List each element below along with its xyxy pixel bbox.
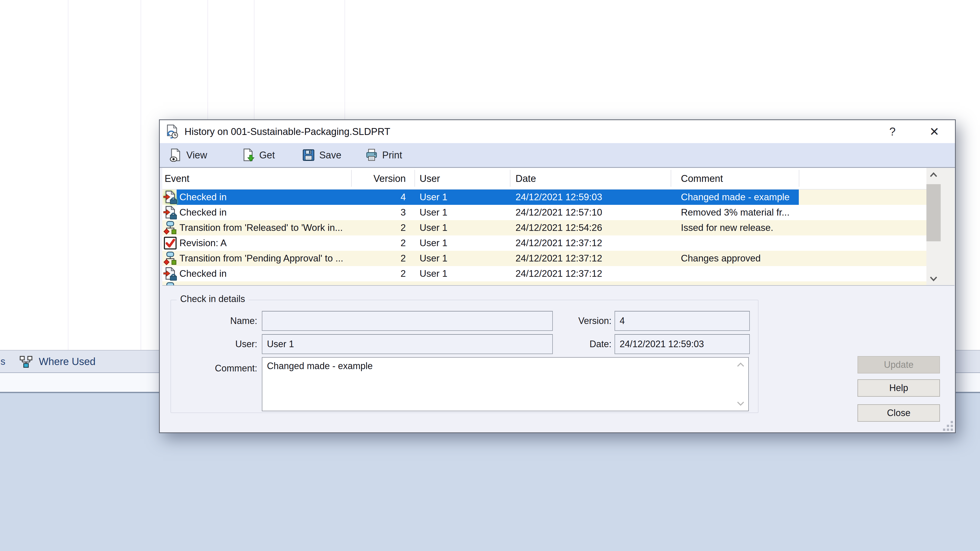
cell-date: 24/12/2021 12:57:10 [515, 205, 669, 220]
transition-icon [163, 282, 177, 286]
revision-icon [163, 236, 177, 250]
cell-comment: Changed made - example [681, 189, 824, 205]
table-row[interactable]: Transition from 'Pending Approval' to ..… [162, 251, 955, 266]
cell-user: User 1 [420, 205, 504, 220]
tab-where-used[interactable]: Where Used [19, 351, 95, 372]
column-divider[interactable] [510, 170, 511, 187]
partial-tab-label[interactable]: s [0, 351, 5, 372]
get-version-icon [242, 148, 255, 162]
screen: s Where Used History on 001-Sustain [0, 0, 980, 551]
cell-user [420, 281, 504, 286]
name-field[interactable] [262, 311, 553, 331]
name-label: Name: [173, 311, 257, 331]
cell-comment [681, 281, 824, 286]
cell-date: 24/12/2021 12:37:12 [515, 235, 669, 251]
cell-date: 24/12/2021 12:54:26 [515, 220, 669, 235]
table-row[interactable]: Revision: A 2 User 1 24/12/2021 12:37:12 [162, 235, 955, 251]
print-icon [365, 148, 378, 162]
vertical-scrollbar[interactable] [926, 168, 955, 286]
get-button-label: Get [259, 150, 275, 161]
cell-event: Checked in [180, 189, 348, 205]
cell-version: 2 [352, 266, 406, 281]
cell-comment [681, 235, 824, 251]
checked-in-icon [163, 206, 177, 219]
dialog-help-button[interactable]: ? [881, 120, 904, 143]
resize-grip[interactable] [941, 419, 953, 431]
cell-event [180, 281, 348, 286]
cell-version: 2 [352, 251, 406, 266]
column-header-date[interactable]: Date [515, 168, 669, 189]
cell-version: 2 [352, 220, 406, 235]
close-button[interactable]: Close [858, 404, 940, 422]
cell-version: 2 [352, 235, 406, 251]
version-label: Version: [527, 311, 611, 331]
column-divider[interactable] [799, 170, 799, 187]
comment-field[interactable]: Changed made - example [262, 357, 749, 411]
transition-icon [163, 221, 177, 235]
history-rows: Checked in 4 User 1 24/12/2021 12:59:03 … [162, 189, 955, 286]
dialog-title: History on 001-Sustainable-Packaging.SLD… [185, 120, 390, 143]
cell-user: User 1 [420, 266, 504, 281]
where-used-icon [19, 354, 33, 368]
column-header-event[interactable]: Event [165, 168, 333, 189]
table-row[interactable]: Checked in 2 User 1 24/12/2021 12:37:12 [162, 266, 955, 281]
file-list-column-divider [68, 0, 68, 350]
print-button[interactable]: Print [363, 143, 405, 167]
save-icon [302, 148, 315, 162]
cell-event: Revision: A [180, 235, 348, 251]
where-used-label: Where Used [39, 356, 95, 367]
column-divider[interactable] [414, 170, 415, 187]
cell-comment [681, 266, 824, 281]
cell-date: 24/12/2021 12:37:12 [515, 266, 669, 281]
dialog-titlebar: History on 001-Sustainable-Packaging.SLD… [160, 120, 955, 143]
column-divider[interactable] [671, 170, 671, 187]
history-table-header: Event Version User Date Comment [162, 168, 955, 189]
view-button[interactable]: View [166, 143, 210, 167]
table-row[interactable]: Transition from 'Released' to 'Work in..… [162, 220, 955, 235]
history-table: Event Version User Date Comment Checked … [162, 168, 955, 286]
version-field[interactable] [614, 311, 750, 331]
cell-comment: Removed 3% material fr... [681, 205, 824, 220]
checked-in-icon [163, 267, 177, 281]
comment-scroll-up-icon[interactable] [735, 361, 746, 368]
user-label: User: [173, 334, 257, 354]
column-divider[interactable] [351, 170, 352, 187]
comment-scroll-down-icon[interactable] [735, 400, 746, 407]
date-field[interactable] [614, 334, 750, 354]
cell-version: 3 [352, 205, 406, 220]
dialog-close-button[interactable]: ✕ [923, 120, 946, 143]
date-label: Date: [527, 334, 611, 354]
comment-label: Comment: [173, 362, 257, 375]
cell-user: User 1 [420, 220, 504, 235]
scroll-down-icon[interactable] [928, 275, 939, 283]
cell-comment: Issed for new release. [681, 220, 824, 235]
cell-comment: Changes approved [681, 251, 824, 266]
history-dialog: History on 001-Sustainable-Packaging.SLD… [159, 119, 956, 433]
column-header-version[interactable]: Version [352, 168, 406, 189]
cell-event: Checked in [180, 205, 348, 220]
help-button[interactable]: Help [858, 380, 940, 397]
table-row[interactable]: Checked in 4 User 1 24/12/2021 12:59:03 … [162, 189, 955, 205]
cell-event: Transition from 'Pending Approval' to ..… [180, 251, 348, 266]
view-button-label: View [186, 150, 207, 161]
user-field[interactable] [262, 334, 553, 354]
file-list-column-divider [141, 0, 141, 350]
save-button-label: Save [319, 150, 342, 161]
comment-text: Changed made - example [267, 361, 372, 372]
save-button[interactable]: Save [299, 143, 344, 167]
cell-event: Checked in [180, 266, 348, 281]
cell-event: Transition from 'Released' to 'Work in..… [180, 220, 348, 235]
column-header-comment[interactable]: Comment [681, 168, 824, 189]
scrollbar-thumb[interactable] [926, 184, 941, 241]
transition-icon [163, 251, 177, 265]
check-in-details-group: Check in details Name: Version: User: Da… [170, 300, 759, 413]
view-document-icon [169, 148, 182, 162]
column-header-user[interactable]: User [420, 168, 504, 189]
update-button[interactable]: Update [858, 356, 940, 373]
get-button[interactable]: Get [239, 143, 277, 167]
cell-date: 24/12/2021 12:37:12 [515, 251, 669, 266]
dialog-toolbar: View Get Save [160, 143, 955, 168]
table-row[interactable]: Checked in 3 User 1 24/12/2021 12:57:10 … [162, 205, 955, 220]
scroll-up-icon[interactable] [928, 171, 939, 179]
table-row[interactable] [162, 281, 955, 286]
